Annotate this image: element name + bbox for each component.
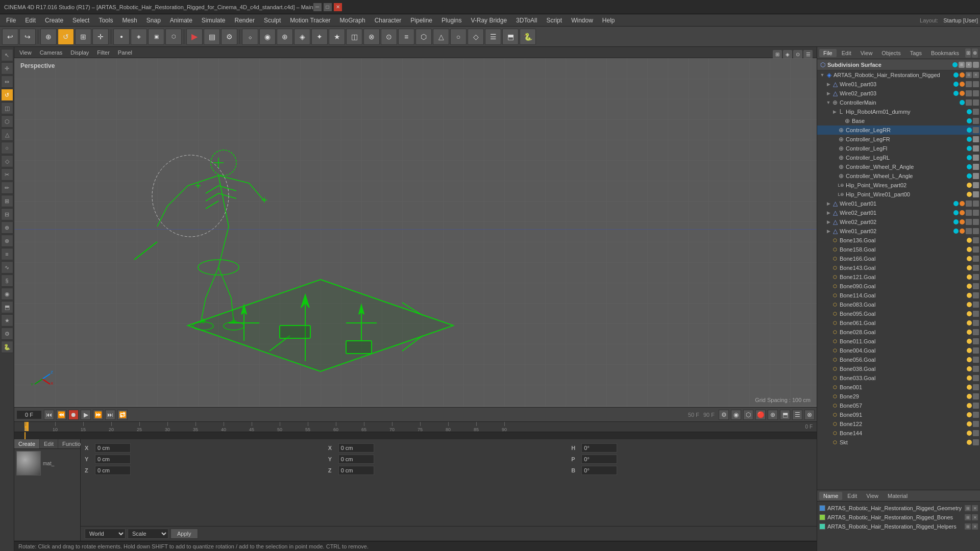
- timeline-icon-4[interactable]: ⊕: [768, 410, 778, 420]
- rp-icon-1[interactable]: ⊞: [965, 48, 971, 58]
- tool-12[interactable]: ≡: [1, 248, 13, 260]
- edges-mode-button[interactable]: ◈: [131, 29, 147, 45]
- tool-13[interactable]: ∿: [1, 261, 13, 273]
- expand-hip-robotarm[interactable]: ▶: [831, 109, 838, 115]
- timeline-track[interactable]: [14, 432, 817, 439]
- rbot-tab-edit[interactable]: Edit: [843, 492, 861, 500]
- menu-create[interactable]: Create: [41, 16, 67, 25]
- mat-tab-create[interactable]: Create: [14, 439, 40, 448]
- obj-bone-bone143-goal[interactable]: ⬡ Bone143.Goal: [817, 263, 980, 272]
- tool-16[interactable]: ⬒: [1, 301, 13, 313]
- tb-10[interactable]: ≡: [398, 29, 414, 45]
- obj-bone-bone121-goal[interactable]: ⬡ Bone121.Goal: [817, 272, 980, 282]
- tb-16[interactable]: ⬒: [502, 29, 519, 45]
- h-input[interactable]: [581, 443, 617, 453]
- minimize-button[interactable]: ─: [313, 3, 322, 11]
- menu-render[interactable]: Render: [231, 16, 259, 25]
- obj-bone-bone090-goal[interactable]: ⬡ Bone090.Goal: [817, 282, 980, 291]
- rp-tab-objects[interactable]: Objects: [877, 49, 904, 57]
- tool-15[interactable]: ◉: [1, 288, 13, 300]
- tb-17[interactable]: 🐍: [520, 29, 536, 45]
- tb-11[interactable]: ⬡: [415, 29, 432, 45]
- obj-controllermain[interactable]: ▼ ⊕ ControllerMain: [817, 98, 980, 107]
- tb-8[interactable]: ⊗: [363, 29, 380, 45]
- undo-button[interactable]: ↩: [2, 29, 18, 45]
- tool-19[interactable]: 🐍: [1, 341, 13, 353]
- viewport[interactable]: Perspective: [14, 58, 817, 407]
- tool-9[interactable]: ⊟: [1, 208, 13, 220]
- mat-tab-edit[interactable]: Edit: [40, 439, 58, 448]
- obj-bone-bone057[interactable]: ⬡ Bone057: [817, 401, 980, 410]
- menu-window[interactable]: Window: [567, 16, 597, 25]
- menu-pipeline[interactable]: Pipeline: [406, 16, 436, 25]
- obj-hip-wires-p2[interactable]: L⊕ Hip_Point_Wires_part02: [817, 181, 980, 190]
- obj-bone-bone033-goal[interactable]: ⬡ Bone033.Goal: [817, 373, 980, 383]
- obj-bone-bone136-goal[interactable]: ⬡ Bone136.Goal: [817, 236, 980, 245]
- tool-scale[interactable]: ⇔: [1, 76, 13, 88]
- tool-3[interactable]: △: [1, 129, 13, 141]
- tool-7[interactable]: ✏: [1, 182, 13, 194]
- obj-bone-bone122[interactable]: ⬡ Bone122: [817, 419, 980, 429]
- z-pos-input[interactable]: [95, 466, 131, 475]
- rp-icon-2[interactable]: ⊗: [972, 48, 978, 58]
- timeline-btn-loop[interactable]: 🔁: [117, 410, 128, 420]
- tool-5[interactable]: ◇: [1, 155, 13, 167]
- rbot-bones[interactable]: ARTAS_Robotic_Hair_Restoration_Rigged_Bo…: [819, 513, 978, 522]
- live-select-button[interactable]: ⊕: [40, 29, 57, 45]
- obj-wire02-p2[interactable]: ▶ △ Wire02_part02: [817, 217, 980, 227]
- menu-animate[interactable]: Animate: [166, 16, 197, 25]
- viewport-icon-1[interactable]: ⊞: [773, 50, 782, 59]
- tb-13[interactable]: ○: [450, 29, 467, 45]
- timeline-btn-play-forward[interactable]: ⏩: [93, 410, 103, 420]
- y-size-input[interactable]: [338, 455, 374, 464]
- expand-artas[interactable]: ▼: [819, 72, 825, 78]
- tb-14[interactable]: ◇: [468, 29, 484, 45]
- timeline-btn-extra[interactable]: ⚙: [719, 410, 729, 420]
- tb-15[interactable]: ☰: [485, 29, 501, 45]
- tb-3[interactable]: ⊕: [277, 29, 293, 45]
- menu-mograph[interactable]: MoGraph: [336, 16, 370, 25]
- frame-current-input[interactable]: [16, 410, 42, 419]
- obj-bone-bone144[interactable]: ⬡ Bone144: [817, 429, 980, 438]
- timeline-btn-record[interactable]: ⏺: [68, 410, 79, 420]
- menu-character[interactable]: Character: [371, 16, 406, 25]
- p-input[interactable]: [581, 455, 617, 464]
- tool-18[interactable]: ⚙: [1, 328, 13, 340]
- render-settings-button[interactable]: ⚙: [221, 29, 237, 45]
- rbot-helpers[interactable]: ARTAS_Robotic_Hair_Restoration_Rigged_He…: [819, 522, 978, 531]
- tool-2[interactable]: ⬡: [1, 115, 13, 128]
- timeline-icon-6[interactable]: ☰: [792, 410, 802, 420]
- scale-button[interactable]: ⊞: [75, 29, 91, 45]
- tool-10[interactable]: ⊕: [1, 221, 13, 234]
- obj-bone-bone095-goal[interactable]: ⬡ Bone095.Goal: [817, 309, 980, 318]
- menu-motion-tracker[interactable]: Motion Tracker: [286, 16, 334, 25]
- obj-bone-bone061-goal[interactable]: ⬡ Bone061.Goal: [817, 318, 980, 328]
- rp-tab-file[interactable]: File: [819, 49, 837, 57]
- timeline-icon-7[interactable]: ⊗: [804, 410, 815, 420]
- vp-menu-cameras[interactable]: Cameras: [37, 49, 66, 56]
- tb-5[interactable]: ✦: [311, 29, 328, 45]
- menu-snap[interactable]: Snap: [142, 16, 165, 25]
- obj-bone-bone114-goal[interactable]: ⬡ Bone114.Goal: [817, 291, 980, 300]
- vp-menu-display[interactable]: Display: [67, 49, 92, 56]
- obj-wire01-p1[interactable]: ▶ △ Wire01_part01: [817, 199, 980, 208]
- expand-wire01-p3[interactable]: ▶: [825, 81, 831, 87]
- menu-3dtoall[interactable]: 3DToAll: [512, 16, 541, 25]
- y-pos-input[interactable]: [95, 455, 131, 464]
- object-mode-button[interactable]: ⬡: [165, 29, 182, 45]
- scale-select[interactable]: Scale Position Rotation: [128, 529, 168, 539]
- menu-script[interactable]: Script: [542, 16, 566, 25]
- points-mode-button[interactable]: ●: [113, 29, 130, 45]
- obj-wire02-p3[interactable]: ▶ △ Wire02_part03: [817, 89, 980, 98]
- tool-rotate[interactable]: ↺: [1, 89, 13, 101]
- timeline-icon-1[interactable]: ◉: [731, 410, 741, 420]
- obj-bone-bone29[interactable]: ⬡ Bone29: [817, 392, 980, 401]
- obj-bone-bone038-goal[interactable]: ⬡ Bone038.Goal: [817, 364, 980, 373]
- tool-select[interactable]: ↖: [1, 49, 13, 61]
- tool-1[interactable]: ◫: [1, 102, 13, 114]
- tb-6[interactable]: ★: [329, 29, 345, 45]
- tb-7[interactable]: ◫: [346, 29, 362, 45]
- menu-help[interactable]: Help: [598, 16, 619, 25]
- obj-bone-bone158-goal[interactable]: ⬡ Bone158.Goal: [817, 245, 980, 254]
- rbot-tab-material[interactable]: Material: [884, 492, 912, 500]
